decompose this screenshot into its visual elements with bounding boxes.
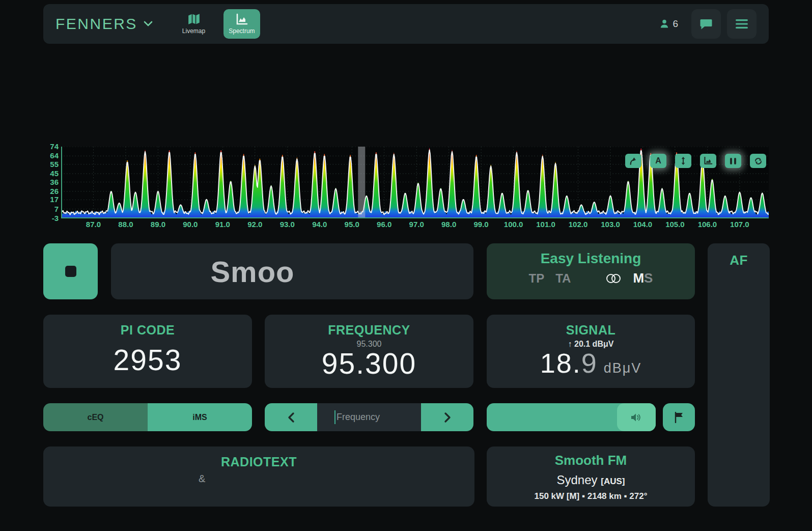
tune-up-button[interactable] — [421, 403, 473, 431]
radiotext-content: & — [199, 473, 205, 485]
pi-code-title: PI CODE — [43, 323, 252, 338]
y-tick-label: 36 — [50, 178, 59, 186]
transmitter-country: [AUS] — [601, 477, 625, 486]
x-tick-label: 95.0 — [339, 220, 365, 229]
area-chart-icon — [704, 157, 713, 165]
station-ps-name: Smoo — [210, 255, 294, 289]
topbar-nav: Livemap Spectrum — [177, 9, 260, 39]
letter-a-label: A — [655, 156, 661, 165]
app-root: FENNERS Livemap Spectrum — [0, 0, 812, 531]
program-type-panel: Easy Listening TP TA MS — [487, 243, 695, 299]
area-chart-icon — [235, 13, 248, 25]
station-name-panel: Smoo — [111, 243, 473, 299]
user-icon — [659, 19, 669, 29]
eq-ims-toggle-group: cEQ iMS — [43, 403, 252, 431]
graph-style-button[interactable] — [700, 154, 716, 168]
x-tick-label: 97.0 — [404, 220, 429, 229]
y-tick-label: 45 — [50, 170, 59, 177]
pty-label: Easy Listening — [487, 250, 695, 267]
signal-peak-value: 20.1 dBμV — [574, 340, 613, 348]
signal-title: SIGNAL — [487, 323, 695, 338]
vertical-zoom-button[interactable] — [675, 154, 691, 168]
x-tick-label: 94.0 — [307, 220, 332, 229]
y-tick-label: 26 — [50, 187, 59, 195]
signal-value-decimal: 9 — [581, 348, 598, 378]
x-tick-label: 93.0 — [274, 220, 300, 229]
ta-flag: TA — [555, 271, 571, 286]
signal-value: 18.9dBμV — [487, 349, 695, 377]
y-tick-label: 64 — [50, 152, 59, 159]
transmitter-location: Sydney [AUS] — [487, 473, 695, 487]
pi-code-value: 2953 — [43, 346, 252, 375]
signal-unit: dBμV — [604, 360, 642, 376]
volume-slider[interactable] — [487, 403, 656, 431]
af-title: AF — [708, 253, 770, 268]
refresh-button[interactable] — [750, 154, 766, 168]
y-tick-label: 55 — [50, 160, 59, 168]
transmitter-city: Sydney — [557, 473, 598, 487]
radiotext-panel: RADIOTEXT & — [43, 446, 474, 507]
nav-livemap-label: Livemap — [182, 27, 205, 35]
flag-icon — [674, 412, 684, 423]
arrow-up-icon: ↑ — [568, 340, 572, 348]
topbar: FENNERS Livemap Spectrum — [43, 4, 769, 44]
af-list-panel: AF — [708, 243, 770, 507]
x-tick-label: 89.0 — [145, 220, 171, 229]
chat-button[interactable] — [691, 9, 721, 39]
transmitter-name: Smooth FM — [487, 453, 695, 468]
x-tick-label: 105.0 — [662, 220, 688, 229]
frequency-input[interactable] — [317, 403, 421, 431]
y-tick-label: -3 — [52, 214, 59, 222]
mono-stereo-indicator: MS — [633, 270, 653, 286]
x-tick-label: 102.0 — [566, 220, 591, 229]
ims-toggle-button[interactable]: iMS — [148, 403, 252, 431]
menu-button[interactable] — [727, 9, 757, 39]
x-tick-label: 96.0 — [372, 220, 397, 229]
pause-icon — [730, 158, 736, 164]
tp-flag: TP — [529, 271, 545, 286]
flag-button[interactable] — [663, 403, 695, 431]
chat-bubble-icon — [699, 18, 713, 30]
transmitter-details: 150 kW [M] ▪ 2148 km ▪ 272° — [487, 491, 695, 501]
text-caret — [334, 410, 335, 424]
signal-panel: SIGNAL ↑ 20.1 dBμV 18.9dBμV — [487, 315, 695, 388]
scan-up-button[interactable] — [625, 154, 641, 168]
autoscale-button[interactable]: A — [650, 154, 666, 168]
speaker-icon — [630, 412, 642, 423]
x-tick-label: 91.0 — [210, 220, 235, 229]
y-tick-label: 17 — [50, 195, 59, 203]
tune-down-button[interactable] — [265, 403, 317, 431]
ceq-toggle-button[interactable]: cEQ — [43, 403, 148, 431]
x-tick-label: 99.0 — [468, 220, 494, 229]
nav-spectrum[interactable]: Spectrum — [223, 9, 260, 39]
pause-button[interactable] — [725, 154, 741, 168]
volume-thumb[interactable] — [617, 403, 656, 431]
x-tick-label: 107.0 — [727, 220, 752, 229]
pi-code-panel: PI CODE 2953 — [43, 315, 252, 388]
x-tick-label: 87.0 — [80, 220, 106, 229]
y-tick-label: 74 — [50, 143, 59, 150]
map-icon — [187, 13, 201, 25]
stop-icon — [65, 266, 76, 277]
rds-flags-row: TP TA MS — [487, 270, 695, 286]
x-tick-label: 101.0 — [533, 220, 558, 229]
ms-inactive: S — [644, 270, 653, 286]
x-tick-label: 98.0 — [436, 220, 462, 229]
transmitter-info-panel: Smooth FM Sydney [AUS] 150 kW [M] ▪ 2148… — [487, 446, 695, 507]
refresh-icon — [754, 157, 763, 165]
spectrum-x-axis: 87.088.089.090.091.092.093.094.095.096.0… — [61, 220, 769, 230]
chevron-left-icon — [287, 412, 296, 423]
stop-playback-button[interactable] — [43, 243, 98, 299]
listeners-count: 6 — [659, 18, 678, 30]
x-tick-label: 90.0 — [178, 220, 203, 229]
listeners-value: 6 — [673, 18, 678, 30]
spectrum-toolbar: A — [625, 154, 766, 168]
stereo-circles-icon — [605, 273, 622, 284]
nav-livemap[interactable]: Livemap — [177, 9, 210, 39]
x-tick-label: 103.0 — [598, 220, 623, 229]
frequency-input-wrap — [317, 403, 421, 431]
frequency-value: 95.300 — [265, 349, 473, 378]
chevron-right-icon — [443, 412, 452, 423]
tuned-frequency-marker — [358, 147, 365, 218]
server-select[interactable]: FENNERS — [55, 15, 153, 33]
